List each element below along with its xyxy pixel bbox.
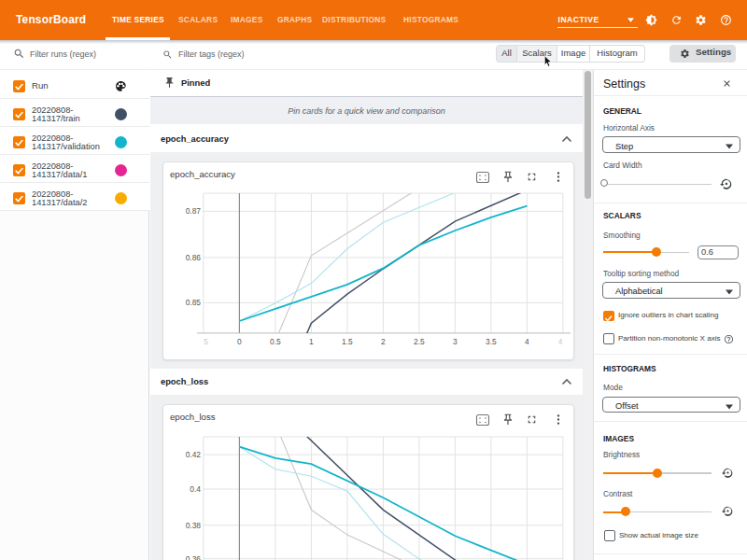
svg-text:2: 2 — [381, 337, 386, 346]
svg-text:0.87: 0.87 — [186, 206, 202, 216]
svg-text:1.5: 1.5 — [342, 337, 353, 346]
svg-text:0.36: 0.36 — [186, 553, 202, 560]
svg-text:0: 0 — [237, 337, 242, 346]
svg-text:1: 1 — [309, 337, 314, 346]
svg-text:0.85: 0.85 — [186, 298, 202, 307]
svg-text:4: 4 — [525, 337, 529, 346]
svg-text:0.5: 0.5 — [270, 337, 281, 346]
svg-text:0.86: 0.86 — [186, 252, 202, 261]
svg-text:5: 5 — [204, 337, 208, 346]
svg-text:3.5: 3.5 — [486, 337, 497, 346]
svg-text:0.4: 0.4 — [190, 484, 201, 494]
svg-text:4: 4 — [558, 337, 563, 346]
svg-text:2.5: 2.5 — [414, 337, 425, 346]
svg-text:0.38: 0.38 — [186, 520, 202, 529]
svg-text:0.42: 0.42 — [186, 450, 202, 459]
svg-text:3: 3 — [453, 337, 458, 346]
